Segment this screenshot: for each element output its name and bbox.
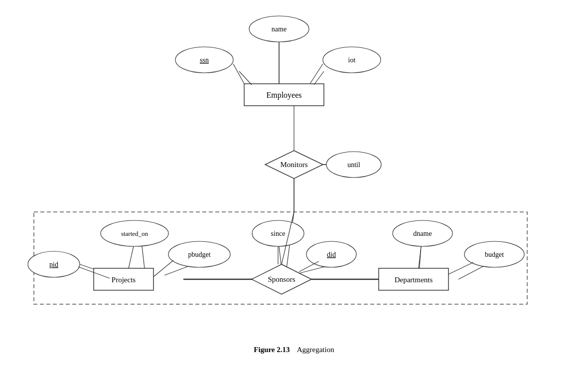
attr-started-on: started_on — [121, 230, 148, 237]
attr-iot: iot — [348, 56, 356, 64]
svg-line-46 — [314, 71, 324, 85]
attr-budget: budget — [485, 251, 504, 258]
svg-line-43 — [448, 262, 473, 274]
svg-line-1 — [233, 64, 244, 84]
diagram-container: Employees Projects Departments Monitors … — [0, 0, 588, 378]
employees-label: Employees — [266, 91, 301, 100]
sponsors-label: Sponsors — [268, 275, 295, 283]
svg-line-12 — [142, 246, 145, 268]
attr-dname: dname — [413, 230, 432, 237]
attr-did: did — [327, 251, 336, 258]
figure-title: Aggregation — [297, 346, 334, 354]
svg-line-39 — [153, 260, 173, 277]
projects-label: Projects — [112, 276, 136, 284]
figure-label: Figure 2.13 — [254, 346, 290, 354]
svg-line-13 — [164, 266, 188, 275]
svg-line-2 — [310, 64, 323, 84]
svg-line-17 — [458, 266, 483, 279]
figure-caption: Figure 2.13 Aggregation — [0, 346, 588, 354]
attr-until: until — [347, 161, 360, 169]
attr-pid: pid — [49, 261, 58, 268]
svg-line-41 — [299, 261, 319, 272]
departments-label: Departments — [395, 276, 433, 284]
attr-name: name — [272, 25, 287, 33]
svg-line-38 — [129, 246, 134, 268]
attr-since: since — [271, 230, 286, 237]
attr-pbudget: pbudget — [188, 251, 210, 258]
monitors-label: Monitors — [280, 161, 307, 169]
attr-ssn: ssn — [200, 56, 209, 64]
